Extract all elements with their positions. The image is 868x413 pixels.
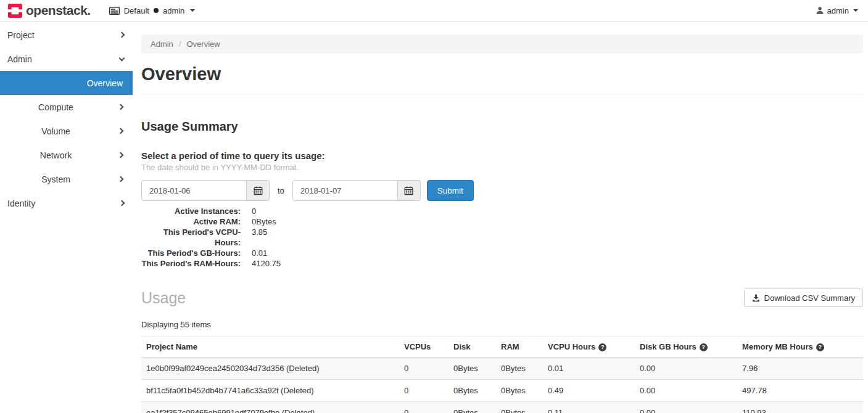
sidebar-item-volume[interactable]: Volume (0, 119, 133, 143)
dot-separator-icon (154, 8, 159, 13)
date-to-group (292, 180, 421, 201)
usage-table-header-bar: Usage Download CSV Summary (141, 288, 863, 307)
column-header: Disk (448, 337, 496, 358)
sidebar-item-identity[interactable]: Identity (0, 191, 133, 215)
calendar-addon-button[interactable] (247, 180, 270, 201)
help-icon[interactable]: ? (816, 343, 824, 351)
breadcrumb-item-admin[interactable]: Admin (151, 39, 173, 49)
stat-value: 0 (252, 206, 256, 216)
brand-text: openstack. (26, 3, 91, 18)
user-menu[interactable]: admin (816, 6, 861, 15)
breadcrumb: Admin / Overview (141, 35, 863, 54)
main-content: Admin / Overview Overview Usage Summary … (141, 22, 868, 413)
column-header-label: Disk (453, 342, 470, 351)
value-cell: 0.49 (543, 380, 635, 402)
usage-summary-heading: Usage Summary (141, 120, 863, 134)
value-cell: 0.01 (543, 358, 635, 380)
top-navbar: openstack. Default admin admin (0, 0, 868, 22)
sidebar-item-compute[interactable]: Compute (0, 95, 133, 119)
column-header-label: Disk GB Hours (640, 342, 696, 351)
caret-down-icon (190, 9, 195, 12)
sidebar-item-label: Volume (41, 126, 70, 136)
sidebar-item-label: Compute (38, 102, 73, 112)
project-name-cell: 1e0b0f99af0249cea24502034d73d356 (Delete… (141, 358, 399, 380)
value-cell: 0Bytes (448, 358, 496, 380)
download-icon (752, 294, 760, 302)
value-cell: 0Bytes (448, 380, 496, 402)
column-header-label: Project Name (146, 342, 197, 351)
sidebar-item-admin[interactable]: Admin (0, 47, 133, 71)
sidebar-item-label: System (41, 174, 70, 184)
value-cell: 7.96 (737, 358, 863, 380)
table-row: bf11c5fa0f1b452db4b7741a6c33a92f (Delete… (141, 380, 863, 402)
caret-down-icon (853, 9, 858, 12)
help-icon[interactable]: ? (598, 343, 606, 351)
column-header: Disk GB Hours? (635, 337, 737, 358)
value-cell: 110.93 (737, 402, 863, 413)
sidebar-item-system[interactable]: System (0, 167, 133, 191)
value-cell: 0.00 (635, 358, 737, 380)
stat-label: This Period's RAM-Hours: (141, 258, 241, 269)
sidebar-item-label: Identity (7, 198, 35, 208)
brand[interactable]: openstack. (7, 3, 91, 18)
date-from-input[interactable] (141, 180, 247, 201)
stat-label: Active Instances: (141, 206, 241, 216)
stat-gb-hours: This Period's GB-Hours: 0.01 (141, 248, 863, 258)
value-cell: 0 (399, 380, 448, 402)
date-from-group (141, 180, 270, 201)
usage-table: Project NameVCPUsDiskRAMVCPU Hours?Disk … (141, 336, 863, 413)
calendar-addon-button[interactable] (398, 180, 421, 201)
chevron-down-icon (119, 55, 125, 61)
sidebar-item-project[interactable]: Project (0, 23, 133, 47)
column-header-label: RAM (501, 342, 519, 351)
column-header-label: VCPU Hours (548, 342, 595, 351)
sidebar-item-overview[interactable]: Overview (0, 71, 133, 95)
submit-button[interactable]: Submit (427, 180, 474, 201)
download-csv-label: Download CSV Summary (764, 293, 855, 303)
column-header: VCPUs (399, 337, 448, 358)
column-header: Project Name (141, 337, 399, 358)
download-csv-button[interactable]: Download CSV Summary (744, 288, 863, 307)
user-icon (816, 6, 824, 15)
chevron-right-icon (118, 128, 124, 134)
value-cell: 0Bytes (496, 358, 543, 380)
calendar-icon (254, 186, 263, 195)
column-header: RAM (496, 337, 543, 358)
date-range-form: to Submit (141, 180, 863, 201)
sidebar-item-network[interactable]: Network (0, 143, 133, 167)
title-divider (141, 94, 863, 94)
value-cell: 0 (399, 358, 448, 380)
value-cell: 497.78 (737, 380, 863, 402)
value-cell: 0 (399, 402, 448, 413)
stat-label: Active RAM: (141, 216, 241, 227)
sidebar: Project Admin Overview Compute Volume Ne… (0, 22, 133, 413)
stat-active-ram: Active RAM: 0Bytes (141, 216, 863, 227)
table-header-row: Project NameVCPUsDiskRAMVCPU Hours?Disk … (141, 337, 863, 358)
context-project-label: admin (163, 6, 184, 15)
table-row: ea1f2f357c09465eb6991edf7079efbe (Delete… (141, 402, 863, 413)
help-icon[interactable]: ? (700, 343, 708, 351)
value-cell: 0.00 (635, 402, 737, 413)
usage-stats: Active Instances: 0 Active RAM: 0Bytes T… (141, 206, 863, 269)
value-cell: 0Bytes (496, 402, 543, 413)
column-header: Memory MB Hours? (737, 337, 863, 358)
date-to-input[interactable] (292, 180, 398, 201)
column-header: VCPU Hours? (543, 337, 635, 358)
usage-table-title: Usage (141, 289, 186, 307)
chevron-right-icon (119, 32, 125, 38)
user-menu-label: admin (827, 6, 849, 15)
breadcrumb-item-overview: Overview (186, 39, 220, 49)
context-switcher[interactable]: Default admin (109, 6, 196, 15)
date-format-hint: The date should be in YYYY-MM-DD format. (141, 163, 863, 172)
chevron-right-icon (119, 200, 125, 206)
chevron-right-icon (118, 152, 124, 158)
value-cell: 0.11 (543, 402, 635, 413)
stat-vcpu-hours: This Period's VCPU-Hours: 3.85 (141, 227, 863, 248)
page-title: Overview (141, 64, 863, 84)
value-cell: 0.00 (635, 380, 737, 402)
stat-value: 4120.75 (252, 258, 281, 269)
stat-value: 0Bytes (252, 216, 276, 227)
domain-icon (109, 7, 120, 15)
sidebar-item-label: Overview (87, 78, 123, 88)
item-count: Displaying 55 items (141, 320, 863, 329)
